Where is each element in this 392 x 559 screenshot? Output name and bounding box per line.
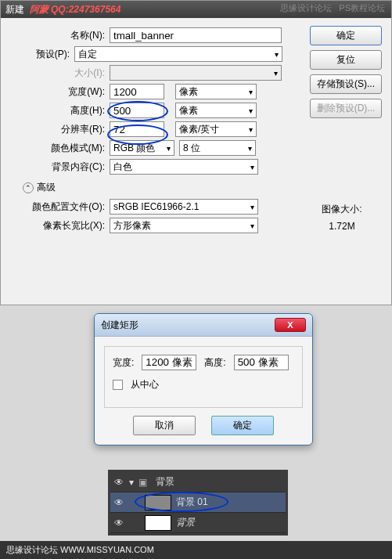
width-input[interactable] xyxy=(110,84,164,99)
colormode-dropdown[interactable]: RGB 颜色 xyxy=(110,140,174,156)
preset-label: 预设(P): xyxy=(12,48,74,61)
d2-height-label: 高度: xyxy=(204,356,225,370)
height-label: 高度(H): xyxy=(12,104,110,117)
name-label: 名称(N): xyxy=(12,29,110,42)
dialog2-titlebar: 创建矩形 X xyxy=(95,314,312,337)
watermark: 思缘设计论坛 PS教程论坛 xyxy=(280,2,385,14)
reset-button[interactable]: 复位 xyxy=(310,50,382,70)
colorprofile-label: 颜色配置文件(O): xyxy=(12,200,110,214)
create-rectangle-dialog: 创建矩形 X 宽度: 高度: 从中心 取消 确定 xyxy=(94,313,313,445)
imagesize-label: 图像大小: xyxy=(307,201,377,218)
folder-icon: ▣ xyxy=(138,477,151,488)
preset-dropdown[interactable]: 自定 xyxy=(74,46,282,62)
pixelaspect-dropdown[interactable]: 方形像素 xyxy=(110,218,258,233)
size-dropdown xyxy=(110,65,282,81)
bgcontent-label: 背景内容(C): xyxy=(12,160,110,174)
advanced-label: 高级 xyxy=(37,181,56,194)
layer-group-row[interactable]: 👁 ▾ ▣ 背景 xyxy=(110,472,286,492)
layers-panel: 👁 ▾ ▣ 背景 👁 背景 01 👁 背景 xyxy=(108,470,288,536)
layer-name: 背景 01 xyxy=(176,496,208,509)
close-button[interactable]: X xyxy=(275,318,306,332)
titlebar: 新建 阿蒙 QQ:2247367564 思缘设计论坛 PS教程论坛 xyxy=(1,1,391,18)
d2-height-input[interactable] xyxy=(234,355,289,370)
colormode-label: 颜色模式(M): xyxy=(12,142,110,155)
d2-ok-button[interactable]: 确定 xyxy=(211,416,274,435)
advanced-toggle[interactable]: ⌃ 高级 xyxy=(23,181,293,194)
chevron-down-icon[interactable]: ▾ xyxy=(129,477,134,488)
resolution-label: 分辨率(R): xyxy=(12,123,110,136)
layer-row[interactable]: 👁 背景 xyxy=(110,513,286,533)
width-unit-dropdown[interactable]: 像素 xyxy=(175,84,257,99)
height-unit-dropdown[interactable]: 像素 xyxy=(175,103,257,118)
group-name: 背景 xyxy=(156,475,174,489)
colorprofile-dropdown[interactable]: sRGB IEC61966-2.1 xyxy=(110,199,258,215)
layer-row-selected[interactable]: 👁 背景 01 xyxy=(110,492,286,513)
resolution-unit-dropdown[interactable]: 像素/英寸 xyxy=(175,121,257,137)
bgcontent-dropdown[interactable]: 白色 xyxy=(110,159,258,175)
delete-preset-button: 删除预设(D)... xyxy=(310,99,382,118)
pixelaspect-label: 像素长宽比(X): xyxy=(12,219,110,233)
width-label: 宽度(W): xyxy=(12,85,110,99)
d2-width-label: 宽度: xyxy=(113,356,134,370)
visibility-icon[interactable]: 👁 xyxy=(113,477,124,488)
author-credit: 阿蒙 QQ:2247367564 xyxy=(30,3,121,16)
fromcenter-label: 从中心 xyxy=(131,378,159,391)
dialog2-title: 创建矩形 xyxy=(101,319,138,332)
page-footer: 思缘设计论坛 WWW.MISSYUAN.COM xyxy=(0,541,392,559)
height-input[interactable] xyxy=(110,103,164,118)
bitdepth-dropdown[interactable]: 8 位 xyxy=(179,140,256,156)
ok-button[interactable]: 确定 xyxy=(310,26,382,45)
form-area: 名称(N): 预设(P): 自定 大小(I): 宽度(W): 像素 高度(H):… xyxy=(12,24,293,236)
save-preset-button[interactable]: 存储预设(S)... xyxy=(310,74,382,94)
button-column: 确定 复位 存储预设(S)... 删除预设(D)... xyxy=(310,26,382,123)
image-size-info: 图像大小: 1.72M xyxy=(307,201,377,235)
imagesize-value: 1.72M xyxy=(307,218,377,236)
layer-thumbnail xyxy=(145,515,171,531)
d2-cancel-button[interactable]: 取消 xyxy=(133,416,196,435)
visibility-icon[interactable]: 👁 xyxy=(113,518,124,528)
resolution-input[interactable] xyxy=(110,121,164,137)
collapse-icon: ⌃ xyxy=(23,182,34,193)
d2-width-input[interactable] xyxy=(142,355,196,370)
visibility-icon[interactable]: 👁 xyxy=(113,497,124,508)
dialog-title: 新建 xyxy=(5,3,24,16)
new-document-dialog: 新建 阿蒙 QQ:2247367564 思缘设计论坛 PS教程论坛 确定 复位 … xyxy=(0,0,392,305)
name-input[interactable] xyxy=(110,27,282,43)
layer-name: 背景 xyxy=(176,516,195,529)
fromcenter-checkbox[interactable] xyxy=(113,380,123,390)
size-label: 大小(I): xyxy=(12,67,110,80)
layer-thumbnail xyxy=(145,495,171,510)
